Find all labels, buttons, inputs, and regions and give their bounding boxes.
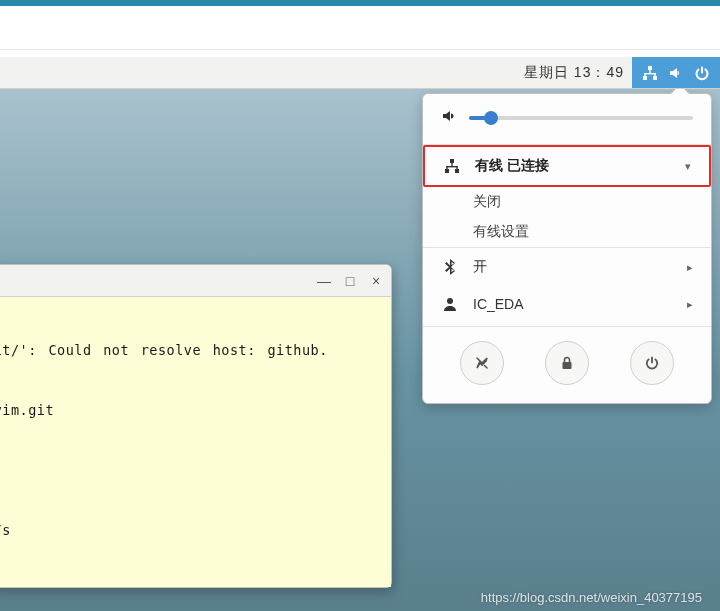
svg-rect-5 — [644, 73, 645, 76]
network-turn-off[interactable]: 关闭 — [423, 187, 711, 217]
bluetooth-icon — [441, 259, 459, 275]
user-label: IC_EDA — [473, 296, 673, 312]
svg-rect-13 — [456, 166, 457, 169]
volume-icon — [668, 65, 684, 81]
volume-slider[interactable] — [469, 116, 693, 120]
network-icon — [642, 65, 658, 81]
power-icon — [694, 65, 710, 81]
gnome-top-bar: 星期日 13：49 — [0, 57, 720, 89]
terminal-titlebar[interactable]: — □ × — [0, 265, 391, 297]
terminal-body[interactable]: git/': Could not resolve host: github. /… — [0, 297, 391, 587]
network-menu-item[interactable]: 有线 已连接 ▾ — [425, 147, 709, 185]
svg-rect-9 — [455, 169, 459, 173]
minimize-button[interactable]: — — [317, 274, 331, 288]
desktop: — □ × git/': Could not resolve host: git… — [0, 89, 720, 611]
power-button[interactable] — [630, 341, 674, 385]
svg-rect-4 — [644, 73, 655, 74]
svg-rect-7 — [450, 159, 454, 163]
svg-rect-11 — [446, 166, 457, 167]
clock[interactable]: 星期日 13：49 — [524, 64, 624, 82]
svg-rect-8 — [445, 169, 449, 173]
bluetooth-label: 开 — [473, 258, 673, 276]
watermark: https://blog.csdn.net/weixin_40377195 — [481, 590, 702, 605]
slider-thumb[interactable] — [484, 111, 498, 125]
user-icon — [441, 296, 459, 312]
volume-low-icon — [441, 108, 457, 128]
user-menu-item[interactable]: IC_EDA ▸ — [423, 286, 711, 322]
svg-rect-12 — [446, 166, 447, 169]
svg-rect-0 — [648, 66, 652, 70]
svg-rect-2 — [653, 76, 657, 80]
chevron-right-icon: ▸ — [687, 298, 693, 311]
close-button[interactable]: × — [369, 274, 383, 288]
svg-rect-6 — [654, 73, 655, 76]
settings-button[interactable] — [460, 341, 504, 385]
menu-pointer — [671, 89, 689, 94]
chevron-right-icon: ▸ — [687, 261, 693, 274]
network-settings[interactable]: 有线设置 — [423, 217, 711, 248]
browser-chrome-top — [0, 0, 720, 50]
bluetooth-menu-item[interactable]: 开 ▸ — [423, 248, 711, 286]
highlight-annotation: 有线 已连接 ▾ — [423, 145, 711, 187]
system-tray[interactable] — [632, 57, 720, 88]
network-label: 有线 已连接 — [475, 157, 671, 175]
svg-rect-1 — [643, 76, 647, 80]
volume-row — [423, 94, 711, 145]
wired-network-icon — [443, 158, 461, 174]
terminal-window: — □ × git/': Could not resolve host: git… — [0, 264, 392, 588]
svg-point-14 — [447, 298, 453, 304]
lock-button[interactable] — [545, 341, 589, 385]
action-buttons-row — [423, 326, 711, 391]
svg-rect-15 — [562, 362, 571, 369]
system-menu: 有线 已连接 ▾ 关闭 有线设置 开 ▸ IC_EDA ▸ — [422, 93, 712, 404]
maximize-button[interactable]: □ — [343, 274, 357, 288]
chevron-down-icon: ▾ — [685, 160, 691, 173]
